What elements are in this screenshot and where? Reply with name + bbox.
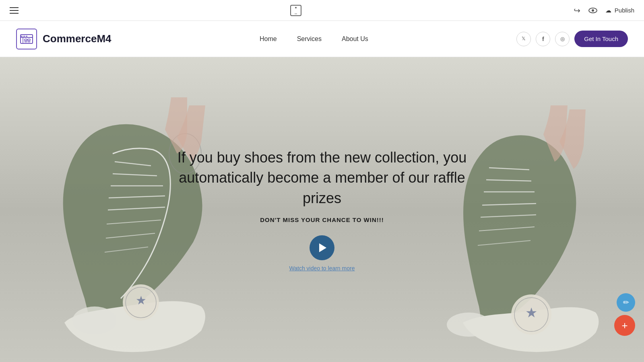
svg-line-12 (113, 174, 157, 176)
svg-point-34 (447, 313, 491, 337)
hamburger-menu[interactable] (10, 7, 19, 14)
nav-right: 𝕏 f ◎ Get In Touch (516, 31, 628, 47)
watch-video-link[interactable]: Watch video to learn more (289, 265, 355, 272)
facebook-icon[interactable]: f (536, 32, 550, 46)
add-fab-button[interactable]: + (614, 315, 635, 336)
nav-home[interactable]: Home (260, 35, 277, 43)
toolbar-right: ↩ ☁ Publish (574, 6, 634, 15)
svg-point-31 (511, 294, 551, 335)
svg-text:★: ★ (525, 305, 537, 320)
svg-rect-6 (28, 41, 30, 42)
hero-subtitle: DON'T MISS YOUR CHANCE TO WIN!!! (169, 216, 475, 223)
svg-rect-8 (23, 36, 25, 37)
svg-line-27 (482, 204, 536, 205)
svg-line-24 (489, 168, 529, 170)
svg-rect-5 (25, 41, 27, 42)
instagram-icon[interactable]: ◎ (555, 32, 570, 46)
logo-icon (16, 29, 37, 49)
hero-title: If you buy shoes from the new collection… (169, 148, 475, 208)
svg-line-17 (106, 233, 155, 238)
play-button[interactable] (310, 235, 334, 260)
get-in-touch-button[interactable]: Get In Touch (574, 31, 628, 47)
hero-section: ★ (0, 57, 644, 362)
hero-content: If you buy shoes from the new collection… (161, 140, 483, 280)
svg-rect-9 (26, 36, 27, 37)
nav-about-us[interactable]: About Us (342, 35, 368, 43)
publish-button[interactable]: ☁ Publish (605, 7, 634, 14)
svg-line-15 (108, 207, 165, 210)
svg-rect-4 (28, 39, 30, 41)
play-button-wrap: Watch video to learn more (169, 235, 475, 272)
svg-line-25 (486, 180, 531, 181)
edit-fab-button[interactable]: ✏ (617, 293, 635, 312)
logo-name: CommerceM4 (43, 33, 111, 45)
main-nav: Home Services About Us (260, 35, 368, 43)
toolbar-left (10, 7, 19, 14)
undo-icon[interactable]: ↩ (574, 6, 580, 15)
svg-rect-7 (21, 36, 23, 37)
svg-rect-3 (25, 39, 27, 41)
svg-line-30 (478, 241, 530, 245)
svg-line-28 (481, 215, 536, 217)
svg-line-18 (105, 247, 148, 252)
toolbar-center (290, 5, 301, 16)
logo-area: CommerceM4 (16, 29, 111, 49)
nav-services[interactable]: Services (297, 35, 322, 43)
svg-point-22 (72, 306, 117, 335)
svg-point-20 (126, 287, 156, 318)
preview-eye-icon[interactable] (588, 8, 597, 13)
top-toolbar: ↩ ☁ Publish (0, 0, 644, 21)
edit-pencil-icon: ✏ (623, 298, 629, 307)
svg-line-29 (479, 227, 535, 231)
svg-line-14 (109, 196, 165, 198)
svg-point-19 (123, 284, 159, 321)
site-header: CommerceM4 Home Services About Us 𝕏 f ◎ … (0, 21, 644, 57)
svg-line-16 (107, 220, 161, 224)
twitter-icon[interactable]: 𝕏 (516, 32, 531, 46)
mobile-preview-icon[interactable] (290, 5, 301, 16)
instagram-symbol: ◎ (560, 36, 565, 42)
svg-text:★: ★ (136, 294, 147, 307)
cloud-upload-icon: ☁ (605, 7, 611, 14)
play-triangle-icon (319, 243, 326, 252)
svg-line-11 (115, 162, 151, 166)
svg-point-32 (514, 298, 548, 331)
add-plus-icon: + (621, 319, 627, 332)
hero-background: ★ (0, 57, 644, 362)
